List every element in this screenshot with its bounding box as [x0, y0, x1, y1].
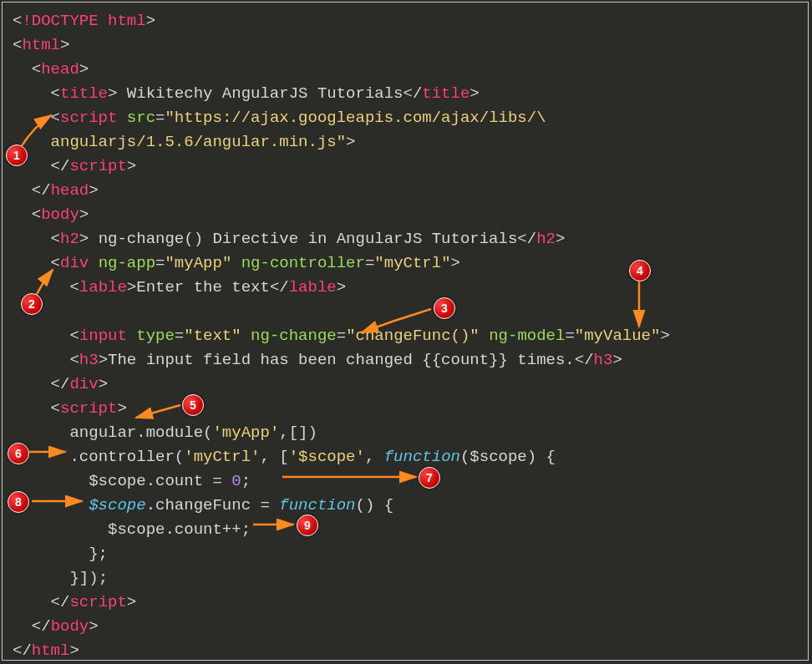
annotation-badge-1: 1	[6, 144, 28, 166]
annotation-badge-2: 2	[21, 293, 43, 315]
annotation-badge-8: 8	[8, 491, 29, 513]
code-block: <!DOCTYPE html> <html> <head> <title> Wi…	[3, 3, 808, 660]
code-frame: <!DOCTYPE html> <html> <head> <title> Wi…	[2, 2, 809, 661]
annotation-badge-7: 7	[419, 467, 440, 489]
annotation-badge-5: 5	[182, 394, 204, 416]
annotation-badge-4: 4	[629, 260, 651, 281]
annotation-badge-6: 6	[8, 443, 29, 464]
annotation-badge-3: 3	[434, 297, 455, 319]
annotation-badge-9: 9	[297, 514, 318, 536]
